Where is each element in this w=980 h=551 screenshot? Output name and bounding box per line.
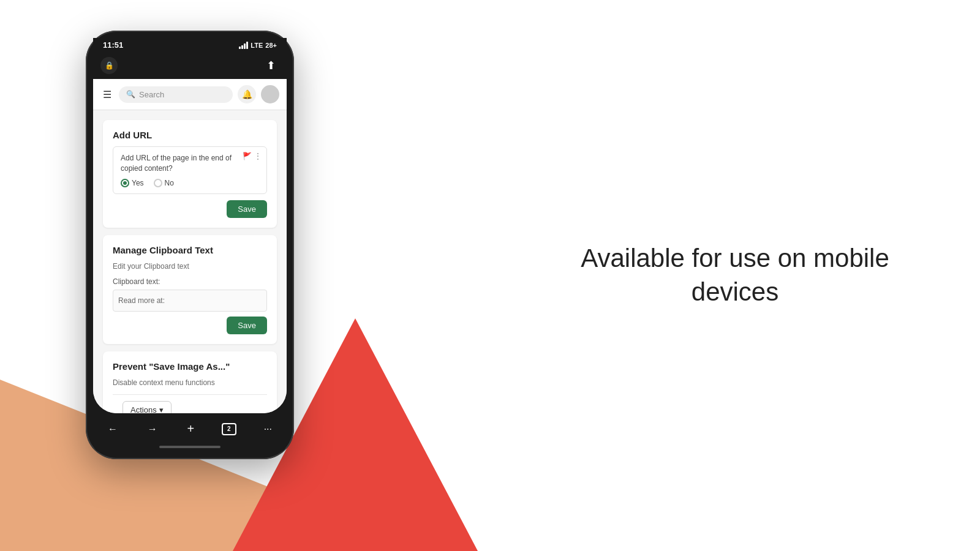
clipboard-label: Clipboard text: bbox=[113, 277, 267, 286]
clearfix-2: Save bbox=[113, 317, 267, 334]
phone-mockup: 11:51 LTE 28+ 🔒 ⬆ ☰ � bbox=[86, 31, 294, 459]
actions-label: Actions bbox=[130, 405, 157, 413]
user-avatar[interactable] bbox=[261, 85, 279, 103]
hamburger-menu-icon[interactable]: ☰ bbox=[100, 86, 114, 103]
browser-share-icon[interactable]: ⬆ bbox=[262, 57, 279, 74]
carrier-label: LTE bbox=[251, 42, 263, 49]
radio-yes-option[interactable]: Yes bbox=[121, 179, 144, 187]
signal-bars bbox=[239, 42, 248, 49]
radio-no-label: No bbox=[165, 179, 174, 187]
phone-body: 11:51 LTE 28+ 🔒 ⬆ ☰ � bbox=[86, 31, 294, 459]
prevent-save-title: Prevent "Save Image As..." bbox=[113, 361, 267, 372]
radio-yes-label: Yes bbox=[132, 179, 144, 187]
search-bar[interactable]: 🔍 Search bbox=[119, 86, 233, 103]
browser-bottom-nav: ← → + 2 ··· bbox=[93, 413, 287, 443]
prevent-save-desc: Disable context menu functions bbox=[113, 378, 267, 388]
app-header: ☰ 🔍 Search 🔔 bbox=[93, 79, 287, 110]
add-tab-button[interactable]: + bbox=[184, 419, 197, 438]
tagline: Available for use on mobile devices bbox=[551, 242, 919, 309]
add-url-question-text: Add URL of the page in the end of copied… bbox=[121, 153, 259, 174]
status-right: LTE 28+ bbox=[239, 42, 277, 49]
status-bar: 11:51 LTE 28+ bbox=[93, 38, 287, 52]
add-url-question-card: Add URL of the page in the end of copied… bbox=[113, 146, 267, 194]
battery-level: 28+ bbox=[265, 42, 277, 49]
browser-lock-icon[interactable]: 🔒 bbox=[100, 57, 118, 74]
home-bar bbox=[159, 446, 221, 448]
search-icon: 🔍 bbox=[126, 90, 135, 99]
browser-chrome: 🔒 ⬆ bbox=[93, 52, 287, 79]
radio-no-circle bbox=[154, 179, 162, 187]
clipboard-text-input[interactable] bbox=[113, 290, 267, 312]
search-input[interactable]: Search bbox=[139, 90, 164, 99]
actions-button[interactable]: Actions ▾ bbox=[123, 401, 172, 413]
radio-group: Yes No bbox=[121, 179, 259, 187]
tabs-count-button[interactable]: 2 bbox=[222, 423, 236, 435]
back-button[interactable]: ← bbox=[105, 421, 120, 437]
add-url-save-button[interactable]: Save bbox=[227, 200, 267, 218]
bell-icon[interactable]: 🔔 bbox=[238, 85, 256, 103]
more-button[interactable]: ··· bbox=[262, 421, 274, 437]
clipboard-title: Manage Clipboard Text bbox=[113, 245, 267, 255]
radio-yes-circle bbox=[121, 179, 129, 187]
actions-chevron-icon: ▾ bbox=[159, 405, 164, 413]
phone-screen: ☰ 🔍 Search 🔔 Add URL Add URL of the page… bbox=[93, 79, 287, 413]
clipboard-desc: Edit your Clipboard text bbox=[113, 261, 267, 272]
forward-button[interactable]: → bbox=[145, 421, 160, 437]
question-icons: 🚩 ⋮ bbox=[243, 152, 262, 160]
time-display: 11:51 bbox=[103, 40, 123, 50]
actions-bar: Actions ▾ bbox=[113, 394, 267, 413]
clipboard-card: Manage Clipboard Text Edit your Clipboar… bbox=[103, 235, 277, 345]
home-indicator bbox=[93, 443, 287, 453]
radio-no-option[interactable]: No bbox=[154, 179, 174, 187]
clearfix-1: Save bbox=[113, 200, 267, 218]
add-url-title: Add URL bbox=[113, 130, 267, 140]
dots-icon[interactable]: ⋮ bbox=[254, 152, 262, 160]
prevent-save-card: Prevent "Save Image As..." Disable conte… bbox=[103, 351, 277, 413]
content-area: Add URL Add URL of the page in the end o… bbox=[93, 110, 287, 413]
add-url-card: Add URL Add URL of the page in the end o… bbox=[103, 120, 277, 228]
flag-icon[interactable]: 🚩 bbox=[243, 152, 252, 160]
clipboard-save-button[interactable]: Save bbox=[227, 317, 267, 334]
